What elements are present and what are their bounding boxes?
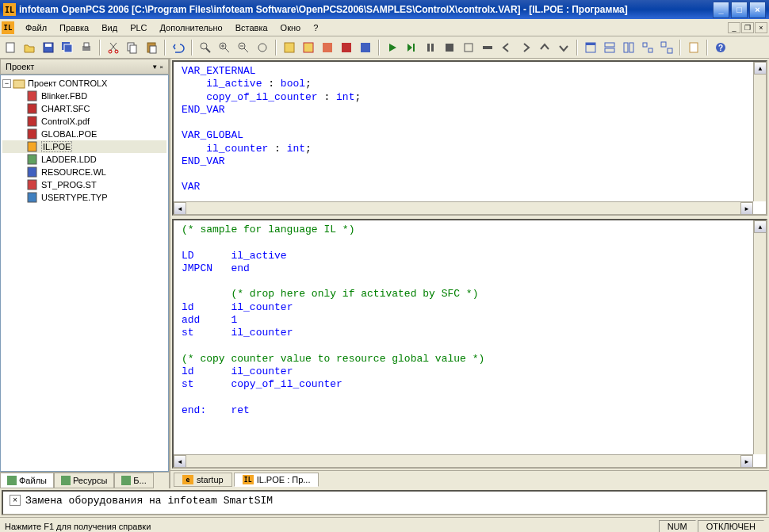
nav-down-button[interactable] (555, 39, 572, 56)
project-sidebar: Проект ▼ × − Проект CONTROLX Blinker.FBD… (0, 59, 170, 488)
copy-button[interactable] (124, 39, 141, 56)
tree-item[interactable]: ST_PROG.ST (2, 178, 166, 191)
print-button[interactable] (78, 39, 95, 56)
svg-rect-19 (323, 43, 332, 52)
file-icon (26, 141, 39, 152)
svg-rect-25 (446, 44, 453, 52)
collapse-icon[interactable]: − (2, 79, 11, 88)
output-close-button[interactable]: × (10, 495, 21, 506)
close-button[interactable]: × (749, 2, 766, 18)
zoom-in-button[interactable] (216, 39, 233, 56)
tool-4-button[interactable] (338, 39, 355, 56)
tool-1-button[interactable] (281, 39, 298, 56)
svg-rect-33 (629, 43, 633, 52)
tree-root[interactable]: − Проект CONTROLX (2, 77, 166, 90)
file-tabs: estartupILIL.POE : Пр... (170, 470, 769, 488)
zoom-out-button[interactable] (235, 39, 252, 56)
sidebar-title-label: Проект (6, 62, 34, 71)
run-button[interactable] (384, 39, 401, 56)
sidebar-tab[interactable]: Файлы (0, 473, 54, 488)
menu-PLC[interactable]: PLC (124, 21, 153, 34)
svg-rect-12 (150, 46, 156, 53)
menu-Файл[interactable]: Файл (19, 21, 53, 34)
app-icon: IL (3, 3, 16, 16)
tree-item[interactable]: LADDER.LDD (2, 153, 166, 166)
tree-item[interactable]: USERTYPE.TYP (2, 191, 166, 204)
svg-rect-41 (13, 80, 25, 88)
mdi-restore-button[interactable]: ❐ (741, 22, 754, 33)
output-panel[interactable]: × Замена оборудования на infoteam SmartS… (2, 490, 767, 515)
win-5-button[interactable] (658, 39, 675, 56)
sidebar-title[interactable]: Проект ▼ × (0, 59, 169, 75)
nav-right-button[interactable] (517, 39, 534, 56)
find-button[interactable] (197, 39, 214, 56)
menu-?[interactable]: ? (307, 21, 324, 34)
open-button[interactable] (21, 39, 38, 56)
tool-3-button[interactable] (319, 39, 336, 56)
project-tree[interactable]: − Проект CONTROLX Blinker.FBDCHART.SFCCo… (0, 75, 169, 472)
sidebar-tab[interactable]: Б... (114, 473, 153, 488)
file-icon (26, 154, 39, 165)
sidebar-tab[interactable]: Ресурсы (54, 473, 114, 488)
dropdown-icon[interactable]: ▼ × (151, 63, 163, 71)
zoom-fit-button[interactable] (254, 39, 271, 56)
code-editor[interactable]: (* sample for language IL *) LD il_activ… (172, 219, 767, 469)
win-3-button[interactable] (620, 39, 637, 56)
svg-rect-48 (28, 167, 36, 177)
svg-rect-37 (668, 48, 672, 53)
debug-2-button[interactable] (479, 39, 496, 56)
cut-button[interactable] (105, 39, 122, 56)
undo-button[interactable] (170, 39, 187, 56)
pause-button[interactable] (422, 39, 439, 56)
tree-item[interactable]: RESOURCE.WL (2, 166, 166, 178)
svg-rect-27 (483, 46, 492, 49)
win-4-button[interactable] (639, 39, 656, 56)
tree-item[interactable]: GLOBAL.POE (2, 128, 166, 140)
file-tab[interactable]: estartup (174, 473, 232, 487)
win-1-button[interactable] (582, 39, 599, 56)
tree-item[interactable]: CHART.SFC (2, 102, 166, 115)
save-all-button[interactable] (59, 39, 76, 56)
menu-Вставка[interactable]: Вставка (229, 21, 274, 34)
vscroll[interactable]: ▲ (753, 220, 766, 454)
svg-rect-49 (28, 180, 36, 189)
mdi-minimize-button[interactable]: _ (728, 22, 740, 33)
file-tab[interactable]: ILIL.POE : Пр... (234, 473, 319, 487)
svg-rect-17 (285, 43, 294, 52)
menu-Вид[interactable]: Вид (95, 21, 124, 34)
stop-button[interactable] (441, 39, 458, 56)
vscroll[interactable]: ▲ (753, 62, 766, 201)
declaration-editor[interactable]: VAR_EXTERNAL il_active : bool; copy_of_i… (172, 60, 767, 216)
tree-item[interactable]: Blinker.FBD (2, 90, 166, 102)
minimize-button[interactable]: _ (713, 2, 729, 18)
status-connection: ОТКЛЮЧЕН (698, 520, 764, 533)
nav-left-button[interactable] (498, 39, 515, 56)
status-help: Нажмите F1 для получения справки (5, 522, 151, 531)
new-button[interactable] (2, 39, 19, 56)
debug-1-button[interactable] (460, 39, 477, 56)
tree-root-label: Проект CONTROLX (28, 78, 107, 88)
file-icon (26, 103, 39, 114)
menu-Окно[interactable]: Окно (274, 21, 308, 34)
tree-item[interactable]: IL.POE (2, 140, 166, 153)
props-button[interactable] (685, 39, 702, 56)
tree-item-label: USERTYPE.TYP (41, 193, 108, 202)
maximize-button[interactable]: □ (731, 2, 748, 18)
menu-bar: IL ФайлПравкаВидPLCДополнительноВставкаО… (0, 19, 769, 36)
mdi-close-button[interactable]: × (755, 22, 767, 33)
menu-Правка[interactable]: Правка (53, 21, 95, 34)
menu-Дополнительно[interactable]: Дополнительно (154, 21, 229, 34)
tool-5-button[interactable] (357, 39, 374, 56)
paste-button[interactable] (143, 39, 160, 56)
file-icon (26, 166, 39, 178)
tool-2-button[interactable] (300, 39, 317, 56)
step-button[interactable] (403, 39, 420, 56)
svg-point-13 (201, 43, 207, 49)
save-button[interactable] (40, 39, 57, 56)
help-button[interactable]: ? (712, 39, 729, 56)
hscroll[interactable]: ◄► (174, 201, 753, 214)
win-2-button[interactable] (601, 39, 618, 56)
hscroll[interactable]: ◄► (174, 454, 753, 467)
tree-item[interactable]: ControlX.pdf (2, 115, 166, 128)
nav-up-button[interactable] (536, 39, 553, 56)
